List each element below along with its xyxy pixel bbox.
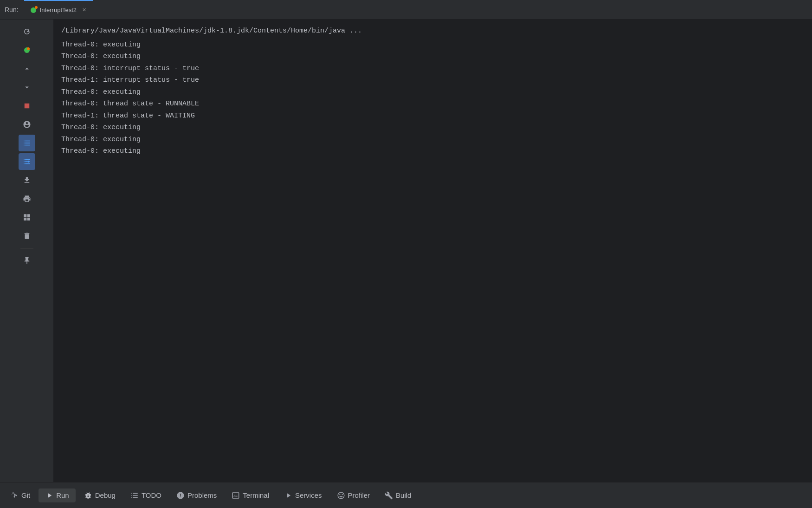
services-label: Services xyxy=(295,491,322,499)
build-label: Build xyxy=(396,491,411,499)
status-item-build[interactable]: Build xyxy=(378,488,418,502)
console-line: Thread-0: executing xyxy=(61,134,805,146)
profiler-label: Profiler xyxy=(348,491,370,499)
layout-icon xyxy=(23,213,31,221)
git-label: Git xyxy=(21,491,30,499)
heap-snapshot-button[interactable] xyxy=(19,116,35,133)
scroll-up-button[interactable] xyxy=(19,60,35,77)
main-area: /Library/Java/JavaVirtualMachines/jdk-1.… xyxy=(0,20,812,482)
status-item-git[interactable]: Git xyxy=(4,488,37,502)
pin-icon xyxy=(23,256,31,265)
status-item-profiler[interactable]: Profiler xyxy=(330,488,377,502)
tab-bar: Run: InterruptTest2 ✕ xyxy=(0,0,812,20)
todo-label: TODO xyxy=(142,491,161,499)
console-line: Thread-0: executing xyxy=(61,39,805,51)
filter-lines-icon xyxy=(23,139,31,147)
console-line: Thread-0: interrupt status - true xyxy=(61,63,805,75)
svg-rect-2 xyxy=(24,104,29,109)
left-toolbar xyxy=(0,20,54,482)
scroll-down-icon xyxy=(23,83,31,91)
running-indicator-icon xyxy=(23,46,31,54)
status-item-services[interactable]: Services xyxy=(277,488,329,502)
scroll-down-button[interactable] xyxy=(19,79,35,96)
console-path-line: /Library/Java/JavaVirtualMachines/jdk-1.… xyxy=(61,25,805,37)
terminal-icon xyxy=(232,491,240,500)
debug-label: Debug xyxy=(95,491,116,499)
console-line: Thread-0: thread state - RUNNABLE xyxy=(61,98,805,110)
console-line: Thread-1: thread state - WAITING xyxy=(61,110,805,122)
toolbar-divider xyxy=(20,248,33,248)
problems-icon xyxy=(176,491,185,500)
status-item-todo[interactable]: TODO xyxy=(124,488,168,502)
tab-close-icon[interactable]: ✕ xyxy=(82,7,86,13)
run-label-bottom: Run xyxy=(56,491,69,499)
run-label: Run: xyxy=(5,6,19,13)
clear-button[interactable] xyxy=(19,228,35,244)
filter-lines-button[interactable] xyxy=(19,135,35,151)
console-line: Thread-0: executing xyxy=(61,51,805,63)
clear-icon xyxy=(23,232,31,240)
pin-button[interactable] xyxy=(19,252,35,269)
status-item-debug[interactable]: Debug xyxy=(77,488,122,502)
build-icon xyxy=(385,491,393,500)
console-line: Thread-0: executing xyxy=(61,86,805,98)
rerun-icon xyxy=(23,27,31,36)
stop-icon xyxy=(23,102,31,110)
print-icon xyxy=(23,195,31,203)
profiler-icon xyxy=(337,491,345,500)
console-line: Thread-1: interrupt status - true xyxy=(61,74,805,86)
git-icon xyxy=(10,491,19,500)
services-icon xyxy=(284,491,292,500)
import-icon xyxy=(23,176,31,184)
console-area[interactable]: /Library/Java/JavaVirtualMachines/jdk-1.… xyxy=(54,20,812,482)
debug-icon xyxy=(84,491,92,500)
svg-point-1 xyxy=(27,47,30,50)
collapse-icon xyxy=(23,157,31,166)
layout-button[interactable] xyxy=(19,209,35,226)
problems-label: Problems xyxy=(187,491,217,499)
terminal-label: Terminal xyxy=(243,491,269,499)
import-button[interactable] xyxy=(19,172,35,189)
rerun-button[interactable] xyxy=(19,23,35,40)
run-status-dot xyxy=(31,7,36,13)
heap-snapshot-icon xyxy=(23,120,31,129)
tab-interrupt-test2[interactable]: InterruptTest2 ✕ xyxy=(24,0,93,19)
run-icon xyxy=(45,491,53,500)
status-item-problems[interactable]: Problems xyxy=(170,488,223,502)
status-item-terminal[interactable]: Terminal xyxy=(225,488,276,502)
todo-icon xyxy=(130,491,139,500)
tab-name: InterruptTest2 xyxy=(40,7,77,13)
stop-button[interactable] xyxy=(19,98,35,114)
status-bar: Git Run Debug TODO Problems Terminal xyxy=(0,482,812,508)
console-line: Thread-0: executing xyxy=(61,122,805,134)
running-indicator-button[interactable] xyxy=(19,42,35,59)
scroll-up-icon xyxy=(23,65,31,73)
print-button[interactable] xyxy=(19,190,35,207)
status-item-run[interactable]: Run xyxy=(39,488,76,502)
collapse-button[interactable] xyxy=(19,153,35,170)
console-line: Thread-0: executing xyxy=(61,145,805,157)
